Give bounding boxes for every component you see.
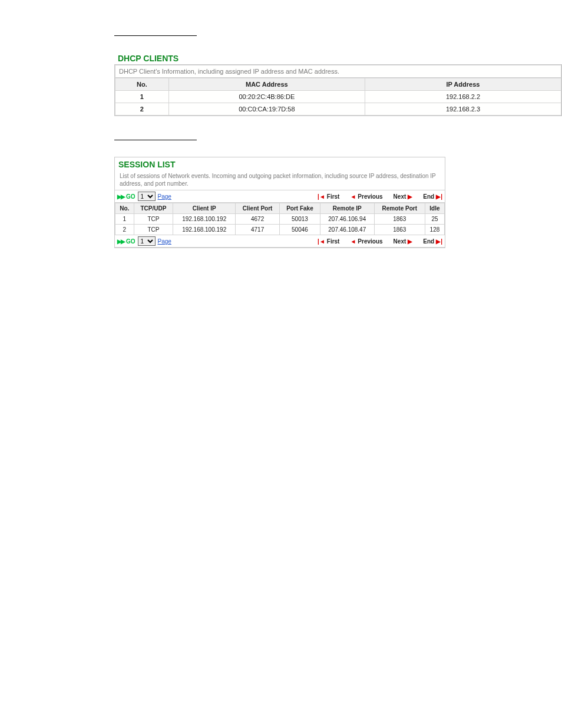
caption-session-list	[114, 140, 197, 140]
nav-first[interactable]: |◄First	[318, 193, 339, 200]
session-cell-cip: 192.168.100.192	[173, 214, 236, 225]
next-icon: ▶	[408, 238, 412, 245]
pager-nav-bottom: |◄First ◄Previous Next▶ End▶|	[318, 238, 442, 245]
session-cell-pfake: 50013	[280, 214, 320, 225]
nav-next[interactable]: Next▶	[394, 193, 413, 200]
session-table: No. TCP/UDP Client IP Client Port Port F…	[115, 203, 445, 235]
page-link-top[interactable]: Page	[158, 193, 171, 200]
page-select-bottom[interactable]: 1	[138, 236, 156, 246]
first-icon: |◄	[318, 238, 325, 245]
session-cell-pfake: 50046	[280, 225, 320, 235]
session-cell-cip: 192.168.100.192	[173, 225, 236, 235]
dhcp-cell-ip: 192.168.2.2	[365, 91, 561, 103]
dhcp-description: DHCP Client's Information, including ass…	[115, 65, 561, 78]
nav-first[interactable]: |◄First	[318, 238, 339, 245]
nav-first-label: First	[327, 238, 340, 245]
nav-prev[interactable]: ◄Previous	[350, 238, 382, 245]
session-cell-cport: 4717	[236, 225, 280, 235]
dhcp-th-mac: MAC Address	[168, 78, 365, 91]
next-icon: ▶	[408, 193, 412, 200]
session-cell-no: 2	[115, 225, 134, 235]
session-cell-idle: 25	[425, 214, 444, 225]
session-th-rip: Remote IP	[320, 203, 374, 214]
prev-icon: ◄	[350, 238, 356, 245]
nav-end-label: End	[423, 238, 434, 245]
nav-end[interactable]: End▶|	[423, 193, 442, 200]
go-label: GO	[126, 193, 135, 200]
session-th-cport: Client Port	[236, 203, 280, 214]
dhcp-cell-ip: 192.168.2.3	[365, 103, 561, 116]
dhcp-panel: DHCP Client's Information, including ass…	[114, 64, 562, 116]
session-cell-rip: 207.46.106.94	[320, 214, 374, 225]
session-cell-no: 1	[115, 214, 134, 225]
session-row: 2 TCP 192.168.100.192 4717 50046 207.46.…	[115, 225, 445, 235]
session-cell-rip: 207.46.108.47	[320, 225, 374, 235]
go-button-top[interactable]: ▶▶ GO	[117, 193, 135, 200]
dhcp-th-ip: IP Address	[365, 78, 561, 91]
go-arrows-icon: ▶▶	[117, 238, 124, 245]
go-arrows-icon: ▶▶	[117, 193, 124, 200]
dhcp-cell-no: 1	[115, 91, 169, 103]
nav-prev[interactable]: ◄Previous	[350, 193, 382, 200]
pager-nav-top: |◄First ◄Previous Next▶ End▶|	[318, 193, 442, 200]
nav-end[interactable]: End▶|	[423, 238, 442, 245]
dhcp-title: DHCP CLIENTS	[114, 50, 562, 64]
pager-bottom: ▶▶ GO 1 Page |◄First ◄Previous Next▶ End…	[115, 235, 445, 248]
pager-top: ▶▶ GO 1 Page |◄First ◄Previous Next▶ End…	[115, 190, 445, 203]
session-cell-rport: 1863	[374, 214, 425, 225]
session-th-proto: TCP/UDP	[134, 203, 173, 214]
session-cell-cport: 4672	[236, 214, 280, 225]
session-th-idle: Idle	[425, 203, 444, 214]
session-th-rport: Remote Port	[374, 203, 425, 214]
nav-first-label: First	[327, 193, 340, 200]
first-icon: |◄	[318, 193, 325, 200]
dhcp-cell-no: 2	[115, 103, 169, 116]
nav-next-label: Next	[394, 238, 406, 245]
prev-icon: ◄	[350, 193, 356, 200]
session-cell-proto: TCP	[134, 225, 173, 235]
page-link-bottom[interactable]: Page	[158, 238, 171, 245]
dhcp-row: 2 00:C0:CA:19:7D:58 192.168.2.3	[115, 103, 561, 116]
nav-next[interactable]: Next▶	[394, 238, 413, 245]
session-description: List of sessions of Network events. Inco…	[115, 169, 445, 190]
session-th-no: No.	[115, 203, 134, 214]
session-figure-container: SESSION LIST List of sessions of Network…	[114, 157, 445, 248]
dhcp-row: 1 00:20:2C:4B:86:DE 192.168.2.2	[115, 91, 561, 103]
session-title: SESSION LIST	[115, 157, 445, 169]
go-button-bottom[interactable]: ▶▶ GO	[117, 238, 135, 245]
session-th-cip: Client IP	[173, 203, 236, 214]
session-th-pfake: Port Fake	[280, 203, 320, 214]
dhcp-figure-container: DHCP CLIENTS DHCP Client's Information, …	[114, 50, 562, 116]
caption-dhcp-clients	[114, 35, 197, 36]
nav-prev-label: Previous	[358, 238, 382, 245]
end-icon: ▶|	[436, 238, 442, 245]
session-row: 1 TCP 192.168.100.192 4672 50013 207.46.…	[115, 214, 445, 225]
session-cell-rport: 1863	[374, 225, 425, 235]
nav-end-label: End	[423, 193, 434, 200]
page-select-top[interactable]: 1	[138, 192, 156, 201]
dhcp-table: No. MAC Address IP Address 1 00:20:2C:4B…	[115, 78, 561, 116]
dhcp-th-no: No.	[115, 78, 169, 91]
session-cell-proto: TCP	[134, 214, 173, 225]
nav-prev-label: Previous	[358, 193, 382, 200]
end-icon: ▶|	[436, 193, 442, 200]
dhcp-cell-mac: 00:C0:CA:19:7D:58	[168, 103, 365, 116]
session-cell-idle: 128	[425, 225, 444, 235]
go-label: GO	[126, 238, 135, 245]
nav-next-label: Next	[394, 193, 406, 200]
dhcp-cell-mac: 00:20:2C:4B:86:DE	[168, 91, 365, 103]
